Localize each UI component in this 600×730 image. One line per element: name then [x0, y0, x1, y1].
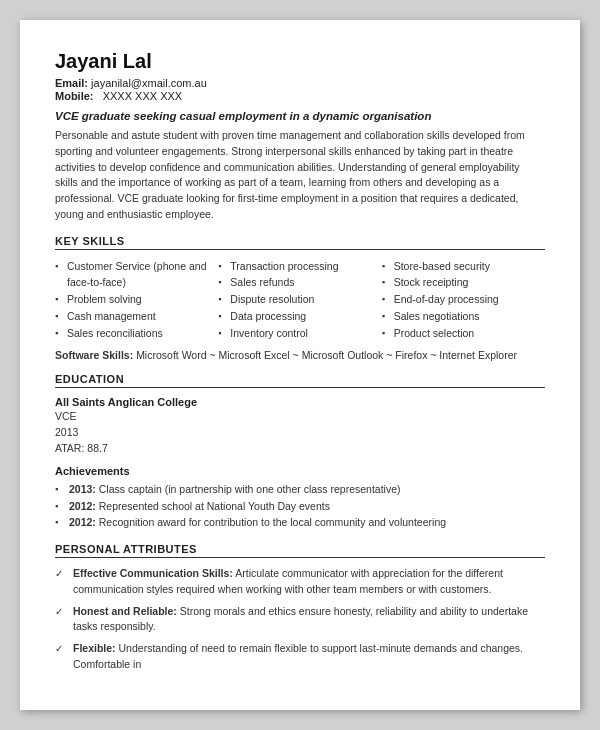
candidate-name: Jayani Lal [55, 50, 545, 73]
key-skills-heading: KEY SKILLS [55, 235, 545, 250]
personal-attributes-heading: PERSONAL ATTRIBUTES [55, 543, 545, 558]
tagline: VCE graduate seeking casual employment i… [55, 110, 545, 122]
attributes-list: Effective Communication Skills: Articula… [55, 566, 545, 673]
mobile-label: Mobile: [55, 90, 94, 102]
achievements-heading: Achievements [55, 465, 545, 477]
achievement-item-2: 2012: Represented school at National You… [55, 498, 545, 515]
achievement-item-1: 2013: Class captain (in partnership with… [55, 481, 545, 498]
skill-item: Sales refunds [218, 274, 381, 291]
skill-item: Sales negotiations [382, 308, 545, 325]
email-label: Email: [55, 77, 88, 89]
graduation-year: 2013 [55, 425, 545, 441]
skill-item: Store-based security [382, 258, 545, 275]
skills-col-3: Store-based security Stock receipting En… [382, 258, 545, 342]
skills-list-2: Transaction processing Sales refunds Dis… [218, 258, 381, 342]
attribute-label-3: Flexible: [73, 642, 116, 654]
skill-item: Transaction processing [218, 258, 381, 275]
skill-item: Sales reconciliations [55, 325, 218, 342]
skills-list-3: Store-based security Stock receipting En… [382, 258, 545, 342]
achievement-item-3: 2012: Recognition award for contribution… [55, 514, 545, 531]
skill-item: Customer Service (phone and face-to-face… [55, 258, 218, 292]
attribute-item-3: Flexible: Understanding of need to remai… [55, 641, 545, 673]
skill-item: Stock receipting [382, 274, 545, 291]
skills-col-1: Customer Service (phone and face-to-face… [55, 258, 218, 342]
attribute-item-1: Effective Communication Skills: Articula… [55, 566, 545, 598]
mobile-value: XXXX XXX XXX [103, 90, 182, 102]
skills-col-2: Transaction processing Sales refunds Dis… [218, 258, 381, 342]
school-name: All Saints Anglican College [55, 396, 545, 408]
software-label: Software Skills: [55, 349, 133, 361]
atar-label: ATAR: [55, 442, 84, 454]
skill-item: Cash management [55, 308, 218, 325]
software-skills-line: Software Skills: Microsoft Word ~ Micros… [55, 349, 545, 361]
email-value: jayanilal@xmail.com.au [91, 77, 207, 89]
skill-item: Dispute resolution [218, 291, 381, 308]
skills-list-1: Customer Service (phone and face-to-face… [55, 258, 218, 342]
summary-text: Personable and astute student with prove… [55, 128, 545, 223]
email-line: Email: jayanilal@xmail.com.au [55, 77, 545, 89]
atar-line: ATAR: 88.7 [55, 441, 545, 457]
skill-item: End-of-day processing [382, 291, 545, 308]
attribute-item-2: Honest and Reliable: Strong morals and e… [55, 604, 545, 636]
attribute-label-1: Effective Communication Skills: [73, 567, 233, 579]
software-value: Microsoft Word ~ Microsoft Excel ~ Micro… [136, 349, 517, 361]
attribute-label-2: Honest and Reliable: [73, 605, 177, 617]
achievements-list: 2013: Class captain (in partnership with… [55, 481, 545, 531]
skill-item: Problem solving [55, 291, 218, 308]
mobile-line: Mobile: XXXX XXX XXX [55, 90, 545, 102]
skill-item: Inventory control [218, 325, 381, 342]
attribute-text-3: Understanding of need to remain flexible… [73, 642, 523, 670]
skills-grid: Customer Service (phone and face-to-face… [55, 258, 545, 342]
resume-page: Jayani Lal Email: jayanilal@xmail.com.au… [20, 20, 580, 710]
skill-item: Product selection [382, 325, 545, 342]
education-heading: EDUCATION [55, 373, 545, 388]
qualification: VCE [55, 409, 545, 425]
skill-item: Data processing [218, 308, 381, 325]
atar-value: 88.7 [87, 442, 107, 454]
